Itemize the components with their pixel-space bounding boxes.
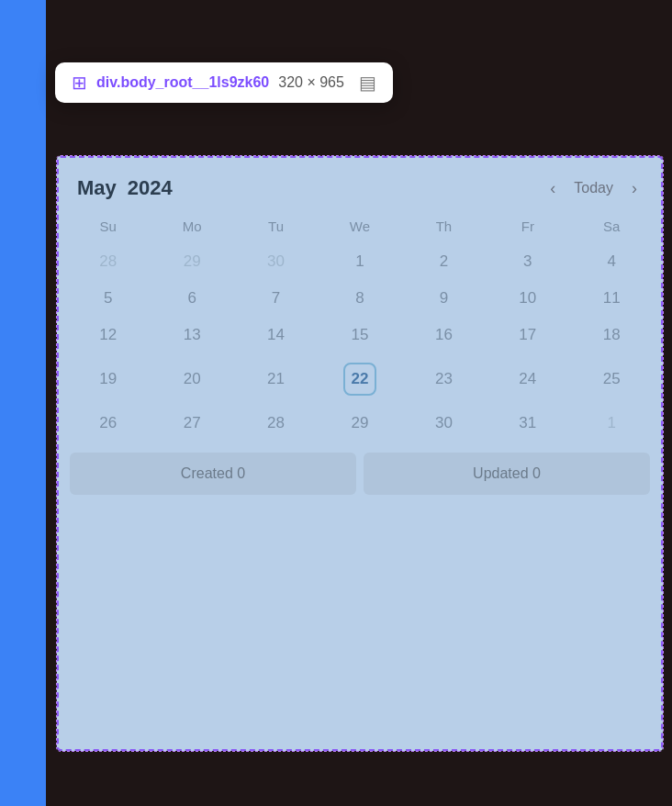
calendar-container: May 2024 ‹ Today › Su Mo Tu We Th Fr Sa … (57, 156, 663, 751)
calendar-day[interactable]: 16 (402, 317, 486, 353)
calendar-year: 2024 (128, 176, 173, 200)
calendar-footer: Created 0 Updated 0 (66, 453, 654, 502)
today-button[interactable]: Today (568, 178, 619, 198)
calendar-day[interactable]: 25 (570, 353, 654, 405)
next-month-button[interactable]: › (626, 177, 643, 200)
calendar-day[interactable]: 24 (486, 353, 569, 405)
calendar-day[interactable]: 9 (402, 280, 486, 317)
tooltip-class-name: div.body_root__1ls9zk60 (96, 74, 269, 91)
calendar-day[interactable]: 1 (318, 243, 401, 280)
created-button[interactable]: Created 0 (70, 453, 356, 495)
calendar-day[interactable]: 30 (234, 243, 318, 280)
calendar-day[interactable]: 21 (234, 353, 318, 405)
weekday-sa: Sa (570, 215, 654, 243)
calendar-day[interactable]: 18 (570, 317, 654, 353)
calendar-week-row: 567891011 (66, 280, 654, 317)
calendar-week-row: 2627282930311 (66, 405, 654, 442)
tooltip-bubble: ⊞ div.body_root__1ls9zk60 320 × 965 ▤ (55, 62, 393, 103)
calendar-week-row: 2829301234 (66, 243, 654, 280)
calendar-day[interactable]: 20 (150, 353, 233, 405)
prev-month-button[interactable]: ‹ (544, 177, 561, 200)
left-sidebar-bar (0, 0, 46, 806)
calendar-day[interactable]: 5 (66, 280, 150, 317)
grid-layout-icon: ⊞ (72, 72, 87, 94)
calendar-day[interactable]: 31 (486, 405, 569, 442)
calendar-day[interactable]: 26 (66, 405, 150, 442)
calendar-day[interactable]: 4 (570, 243, 654, 280)
calendar-day[interactable]: 28 (234, 405, 318, 442)
weekday-su: Su (66, 215, 150, 243)
calendar-day[interactable]: 27 (150, 405, 233, 442)
calendar-day[interactable]: 17 (486, 317, 569, 353)
calendar-month-year: May 2024 (77, 176, 173, 200)
calendar-month: May (77, 176, 117, 200)
calendar-navigation: ‹ Today › (544, 177, 643, 200)
weekday-we: We (318, 215, 401, 243)
calendar-week-row: 19202122232425 (66, 353, 654, 405)
calendar-day[interactable]: 7 (234, 280, 318, 317)
updated-button[interactable]: Updated 0 (364, 453, 650, 495)
calendar-day[interactable]: 14 (234, 317, 318, 353)
calendar-day[interactable]: 6 (150, 280, 233, 317)
calendar-day[interactable]: 29 (318, 405, 401, 442)
calendar-day[interactable]: 28 (66, 243, 150, 280)
calendar-day[interactable]: 19 (66, 353, 150, 405)
calendar-header: May 2024 ‹ Today › (66, 173, 654, 215)
calendar-day[interactable]: 30 (402, 405, 486, 442)
calendar-day[interactable]: 11 (570, 280, 654, 317)
calendar-day[interactable]: 8 (318, 280, 401, 317)
document-icon: ▤ (359, 72, 376, 94)
tooltip-dimensions: 320 × 965 (278, 74, 344, 91)
calendar-day[interactable]: 10 (486, 280, 569, 317)
weekday-mo: Mo (150, 215, 233, 243)
calendar-day[interactable]: 1 (570, 405, 654, 442)
calendar-day[interactable]: 23 (402, 353, 486, 405)
weekday-header-row: Su Mo Tu We Th Fr Sa (66, 215, 654, 243)
calendar-day[interactable]: 22 (318, 353, 401, 405)
calendar-day[interactable]: 29 (150, 243, 233, 280)
calendar-day[interactable]: 3 (486, 243, 569, 280)
calendar-day[interactable]: 12 (66, 317, 150, 353)
weekday-th: Th (402, 215, 486, 243)
calendar-day[interactable]: 15 (318, 317, 401, 353)
calendar-day[interactable]: 13 (150, 317, 233, 353)
calendar-week-row: 12131415161718 (66, 317, 654, 353)
weekday-tu: Tu (234, 215, 318, 243)
calendar-day[interactable]: 2 (402, 243, 486, 280)
calendar-grid: Su Mo Tu We Th Fr Sa 2829301234567891011… (66, 215, 654, 442)
weekday-fr: Fr (486, 215, 569, 243)
